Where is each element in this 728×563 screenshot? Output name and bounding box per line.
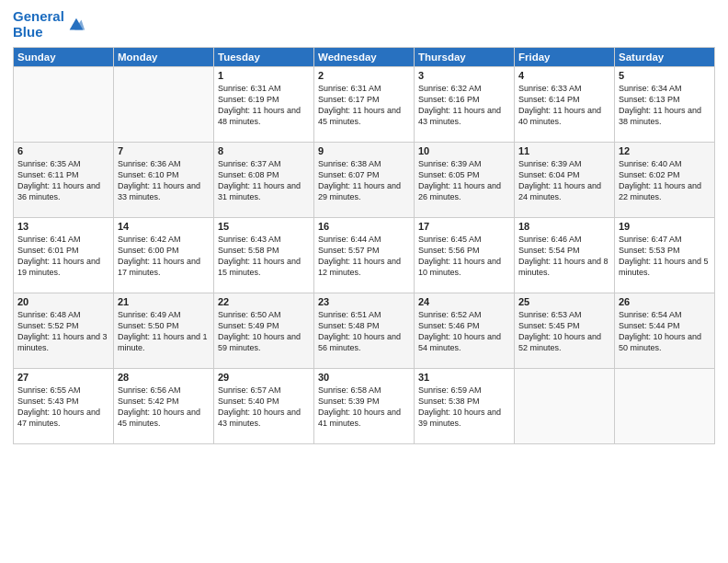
table-row: 25Sunrise: 6:53 AM Sunset: 5:45 PM Dayli… — [515, 293, 615, 369]
cell-daylight-info: Sunrise: 6:49 AM Sunset: 5:50 PM Dayligh… — [118, 309, 210, 354]
table-row: 1Sunrise: 6:31 AM Sunset: 6:19 PM Daylig… — [214, 67, 314, 143]
col-thursday: Thursday — [415, 48, 515, 67]
table-row: 28Sunrise: 6:56 AM Sunset: 5:42 PM Dayli… — [114, 369, 214, 444]
cell-daylight-info: Sunrise: 6:52 AM Sunset: 5:46 PM Dayligh… — [418, 309, 510, 354]
table-row: 15Sunrise: 6:43 AM Sunset: 5:58 PM Dayli… — [214, 218, 314, 293]
table-row: 23Sunrise: 6:51 AM Sunset: 5:48 PM Dayli… — [314, 293, 415, 369]
cell-daylight-info: Sunrise: 6:39 AM Sunset: 6:04 PM Dayligh… — [518, 158, 610, 203]
day-number: 15 — [218, 221, 310, 232]
table-row: 7Sunrise: 6:36 AM Sunset: 6:10 PM Daylig… — [114, 143, 214, 218]
day-number: 18 — [518, 221, 610, 232]
col-tuesday: Tuesday — [214, 48, 314, 67]
day-number: 5 — [619, 70, 711, 81]
day-number: 25 — [518, 296, 610, 307]
day-number: 20 — [17, 296, 109, 307]
table-row: 19Sunrise: 6:47 AM Sunset: 5:53 PM Dayli… — [615, 218, 715, 293]
table-row: 6Sunrise: 6:35 AM Sunset: 6:11 PM Daylig… — [14, 143, 114, 218]
cell-daylight-info: Sunrise: 6:54 AM Sunset: 5:44 PM Dayligh… — [619, 309, 711, 354]
table-row: 31Sunrise: 6:59 AM Sunset: 5:38 PM Dayli… — [415, 369, 515, 444]
table-row — [515, 369, 615, 444]
cell-daylight-info: Sunrise: 6:32 AM Sunset: 6:16 PM Dayligh… — [418, 83, 510, 128]
day-number: 28 — [118, 372, 210, 383]
day-number: 2 — [318, 70, 410, 81]
table-row: 22Sunrise: 6:50 AM Sunset: 5:49 PM Dayli… — [214, 293, 314, 369]
cell-daylight-info: Sunrise: 6:45 AM Sunset: 5:56 PM Dayligh… — [418, 234, 510, 279]
table-row: 11Sunrise: 6:39 AM Sunset: 6:04 PM Dayli… — [515, 143, 615, 218]
table-row: 27Sunrise: 6:55 AM Sunset: 5:43 PM Dayli… — [14, 369, 114, 444]
cell-daylight-info: Sunrise: 6:38 AM Sunset: 6:07 PM Dayligh… — [318, 158, 410, 203]
table-row: 20Sunrise: 6:48 AM Sunset: 5:52 PM Dayli… — [14, 293, 114, 369]
cell-daylight-info: Sunrise: 6:46 AM Sunset: 5:54 PM Dayligh… — [518, 234, 610, 279]
calendar-week-row: 6Sunrise: 6:35 AM Sunset: 6:11 PM Daylig… — [14, 143, 715, 218]
table-row: 30Sunrise: 6:58 AM Sunset: 5:39 PM Dayli… — [314, 369, 415, 444]
day-number: 30 — [318, 372, 410, 383]
cell-daylight-info: Sunrise: 6:58 AM Sunset: 5:39 PM Dayligh… — [318, 385, 410, 430]
table-row: 21Sunrise: 6:49 AM Sunset: 5:50 PM Dayli… — [114, 293, 214, 369]
cell-daylight-info: Sunrise: 6:59 AM Sunset: 5:38 PM Dayligh… — [418, 385, 510, 430]
col-wednesday: Wednesday — [314, 48, 415, 67]
col-sunday: Sunday — [14, 48, 114, 67]
cell-daylight-info: Sunrise: 6:41 AM Sunset: 6:01 PM Dayligh… — [17, 234, 109, 279]
table-row: 10Sunrise: 6:39 AM Sunset: 6:05 PM Dayli… — [415, 143, 515, 218]
logo: General Blue — [13, 9, 86, 40]
cell-daylight-info: Sunrise: 6:55 AM Sunset: 5:43 PM Dayligh… — [17, 385, 109, 430]
table-row: 17Sunrise: 6:45 AM Sunset: 5:56 PM Dayli… — [415, 218, 515, 293]
cell-daylight-info: Sunrise: 6:37 AM Sunset: 6:08 PM Dayligh… — [218, 158, 310, 203]
cell-daylight-info: Sunrise: 6:39 AM Sunset: 6:05 PM Dayligh… — [418, 158, 510, 203]
table-row: 13Sunrise: 6:41 AM Sunset: 6:01 PM Dayli… — [14, 218, 114, 293]
table-row: 8Sunrise: 6:37 AM Sunset: 6:08 PM Daylig… — [214, 143, 314, 218]
col-saturday: Saturday — [615, 48, 715, 67]
cell-daylight-info: Sunrise: 6:56 AM Sunset: 5:42 PM Dayligh… — [118, 385, 210, 430]
header: General Blue — [13, 9, 715, 40]
calendar-week-row: 27Sunrise: 6:55 AM Sunset: 5:43 PM Dayli… — [14, 369, 715, 444]
day-number: 7 — [118, 145, 210, 156]
cell-daylight-info: Sunrise: 6:42 AM Sunset: 6:00 PM Dayligh… — [118, 234, 210, 279]
cell-daylight-info: Sunrise: 6:34 AM Sunset: 6:13 PM Dayligh… — [619, 83, 711, 128]
table-row: 18Sunrise: 6:46 AM Sunset: 5:54 PM Dayli… — [515, 218, 615, 293]
cell-daylight-info: Sunrise: 6:57 AM Sunset: 5:40 PM Dayligh… — [218, 385, 310, 430]
day-number: 16 — [318, 221, 410, 232]
table-row: 3Sunrise: 6:32 AM Sunset: 6:16 PM Daylig… — [415, 67, 515, 143]
day-number: 11 — [518, 145, 610, 156]
day-number: 4 — [518, 70, 610, 81]
table-row: 29Sunrise: 6:57 AM Sunset: 5:40 PM Dayli… — [214, 369, 314, 444]
table-row: 12Sunrise: 6:40 AM Sunset: 6:02 PM Dayli… — [615, 143, 715, 218]
day-number: 14 — [118, 221, 210, 232]
table-row — [114, 67, 214, 143]
cell-daylight-info: Sunrise: 6:40 AM Sunset: 6:02 PM Dayligh… — [619, 158, 711, 203]
logo-icon — [66, 15, 86, 35]
page: General Blue Sunday Monday Tuesday Wedne… — [0, 0, 728, 563]
cell-daylight-info: Sunrise: 6:31 AM Sunset: 6:17 PM Dayligh… — [318, 83, 410, 128]
day-number: 1 — [218, 70, 310, 81]
day-number: 19 — [619, 221, 711, 232]
table-row: 14Sunrise: 6:42 AM Sunset: 6:00 PM Dayli… — [114, 218, 214, 293]
logo-text: General — [13, 9, 64, 25]
cell-daylight-info: Sunrise: 6:35 AM Sunset: 6:11 PM Dayligh… — [17, 158, 109, 203]
cell-daylight-info: Sunrise: 6:43 AM Sunset: 5:58 PM Dayligh… — [218, 234, 310, 279]
table-row: 9Sunrise: 6:38 AM Sunset: 6:07 PM Daylig… — [314, 143, 415, 218]
day-number: 26 — [619, 296, 711, 307]
cell-daylight-info: Sunrise: 6:48 AM Sunset: 5:52 PM Dayligh… — [17, 309, 109, 354]
day-number: 3 — [418, 70, 510, 81]
table-row: 4Sunrise: 6:33 AM Sunset: 6:14 PM Daylig… — [515, 67, 615, 143]
day-number: 6 — [17, 145, 109, 156]
cell-daylight-info: Sunrise: 6:50 AM Sunset: 5:49 PM Dayligh… — [218, 309, 310, 354]
calendar-week-row: 20Sunrise: 6:48 AM Sunset: 5:52 PM Dayli… — [14, 293, 715, 369]
cell-daylight-info: Sunrise: 6:36 AM Sunset: 6:10 PM Dayligh… — [118, 158, 210, 203]
calendar-week-row: 1Sunrise: 6:31 AM Sunset: 6:19 PM Daylig… — [14, 67, 715, 143]
col-monday: Monday — [114, 48, 214, 67]
table-row: 24Sunrise: 6:52 AM Sunset: 5:46 PM Dayli… — [415, 293, 515, 369]
day-number: 31 — [418, 372, 510, 383]
day-number: 13 — [17, 221, 109, 232]
day-number: 9 — [318, 145, 410, 156]
cell-daylight-info: Sunrise: 6:53 AM Sunset: 5:45 PM Dayligh… — [518, 309, 610, 354]
calendar-header-row: Sunday Monday Tuesday Wednesday Thursday… — [14, 48, 715, 67]
calendar-table: Sunday Monday Tuesday Wednesday Thursday… — [13, 47, 715, 444]
logo-text2: Blue — [13, 25, 64, 40]
cell-daylight-info: Sunrise: 6:47 AM Sunset: 5:53 PM Dayligh… — [619, 234, 711, 279]
day-number: 29 — [218, 372, 310, 383]
day-number: 22 — [218, 296, 310, 307]
day-number: 23 — [318, 296, 410, 307]
day-number: 21 — [118, 296, 210, 307]
cell-daylight-info: Sunrise: 6:51 AM Sunset: 5:48 PM Dayligh… — [318, 309, 410, 354]
